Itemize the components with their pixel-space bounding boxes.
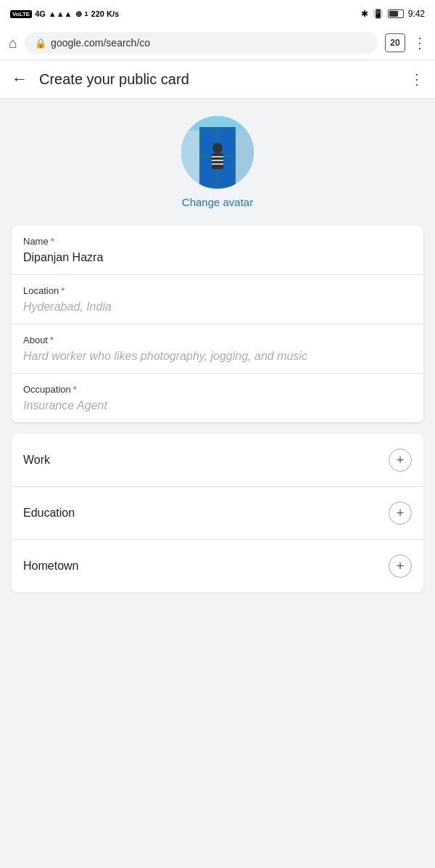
occupation-field[interactable]: Occupation * Insurance Agent <box>12 374 423 422</box>
education-expand-item[interactable]: Education + <box>12 487 423 540</box>
data-speed: 220 K/s <box>91 9 120 18</box>
lock-icon: 🔒 <box>35 38 46 49</box>
about-label: About * <box>23 335 412 345</box>
page-title: Create your public card <box>39 71 398 88</box>
about-placeholder[interactable]: Hard worker who likes photography, joggi… <box>23 348 412 364</box>
location-required: * <box>61 285 65 296</box>
work-label: Work <box>23 454 50 467</box>
location-field[interactable]: Location * Hyderabad, India <box>12 275 423 324</box>
avatar-section: Change avatar <box>12 116 423 208</box>
occupation-label: Occupation * <box>23 384 412 395</box>
vibrate-icon: 📳 <box>373 9 384 19</box>
location-label: Location * <box>23 285 412 296</box>
header-menu-button[interactable]: ⋮ <box>410 70 423 88</box>
browser-menu-button[interactable]: ⋮ <box>413 34 426 52</box>
main-content: Change avatar Name * Dipanjan Hazra Loca… <box>0 99 435 604</box>
name-value[interactable]: Dipanjan Hazra <box>23 250 412 266</box>
network-type: 4G <box>35 9 46 18</box>
browser-bar: ⌂ 🔒 google.com/search/co 20 ⋮ <box>0 26 435 60</box>
page-header: ← Create your public card ⋮ <box>0 60 435 99</box>
svg-point-9 <box>212 143 223 153</box>
hometown-add-button[interactable]: + <box>389 554 412 578</box>
name-required: * <box>51 236 54 247</box>
svg-rect-1 <box>181 131 199 189</box>
home-button[interactable]: ⌂ <box>9 35 17 52</box>
url-text: google.com/search/co <box>51 37 150 49</box>
wifi-icon: ⊕ <box>75 9 82 19</box>
tab-count-badge[interactable]: 20 <box>385 33 405 52</box>
avatar-image <box>181 116 254 189</box>
expand-sections: Work + Education + Hometown + <box>12 434 423 592</box>
back-button[interactable]: ← <box>12 71 28 87</box>
work-expand-item[interactable]: Work + <box>12 434 423 487</box>
svg-rect-2 <box>236 131 254 189</box>
status-bar: VoLTE 4G ▲▲▲ ⊕ 1 220 K/s ✱ 📳 9:42 <box>0 0 435 26</box>
name-field[interactable]: Name * Dipanjan Hazra <box>12 226 423 275</box>
hometown-expand-item[interactable]: Hometown + <box>12 540 423 592</box>
avatar <box>181 116 254 189</box>
signal-bars: ▲▲▲ <box>49 9 72 18</box>
work-add-button[interactable]: + <box>389 449 412 472</box>
url-bar[interactable]: 🔒 google.com/search/co <box>25 32 378 54</box>
status-left: VoLTE 4G ▲▲▲ ⊕ 1 220 K/s <box>10 9 119 19</box>
location-placeholder[interactable]: Hyderabad, India <box>23 299 412 315</box>
sim-number: 1 <box>85 10 88 17</box>
status-right: ✱ 📳 9:42 <box>361 9 425 19</box>
svg-rect-10 <box>212 153 223 169</box>
clock: 9:42 <box>408 9 425 19</box>
about-required: * <box>50 335 54 345</box>
hometown-label: Hometown <box>23 560 78 573</box>
about-field[interactable]: About * Hard worker who likes photograph… <box>12 324 423 374</box>
change-avatar-button[interactable]: Change avatar <box>182 196 253 208</box>
name-label: Name * <box>23 236 412 247</box>
occupation-required: * <box>73 384 77 395</box>
battery-icon <box>388 9 404 18</box>
education-add-button[interactable]: + <box>389 501 412 525</box>
form-card: Name * Dipanjan Hazra Location * Hyderab… <box>12 226 423 422</box>
occupation-placeholder[interactable]: Insurance Agent <box>23 398 412 414</box>
bluetooth-icon: ✱ <box>361 9 368 19</box>
volte-badge: VoLTE <box>10 10 32 18</box>
education-label: Education <box>23 507 75 520</box>
